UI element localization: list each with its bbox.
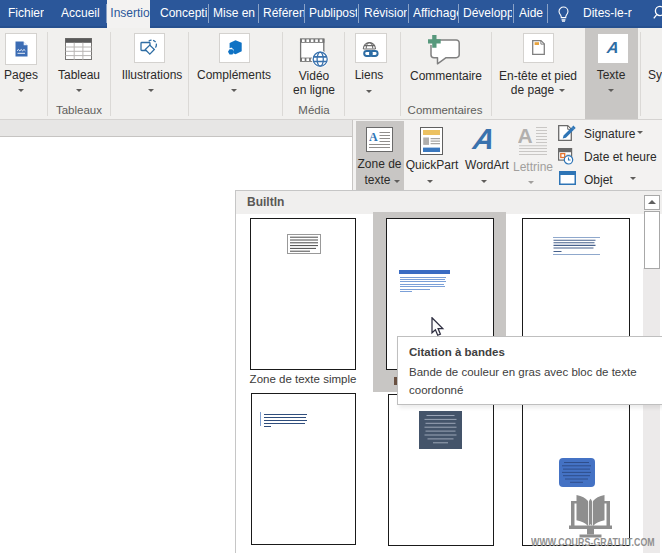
svg-text:A: A — [369, 130, 378, 144]
svg-text:A: A — [518, 126, 533, 147]
